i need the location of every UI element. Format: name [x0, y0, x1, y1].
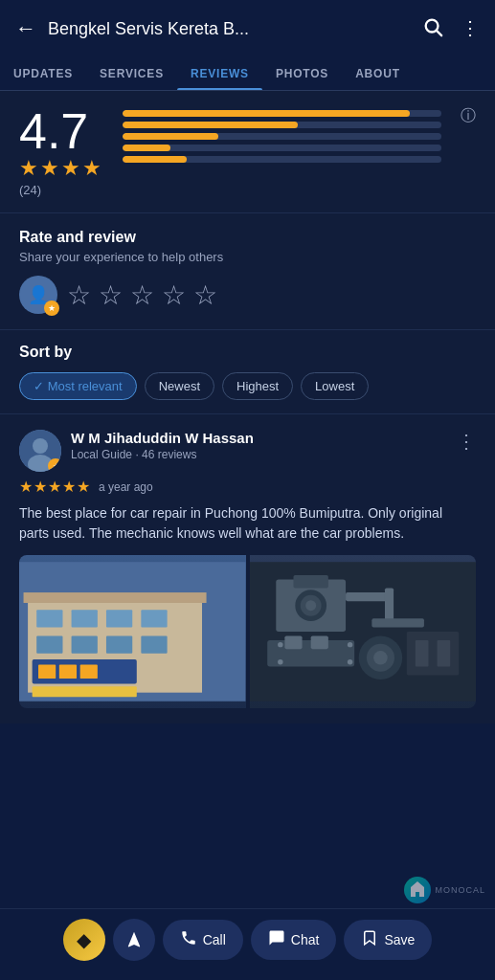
- svg-rect-12: [36, 636, 62, 654]
- rating-score: 4.7: [19, 106, 103, 156]
- reviewer-name: W M Jihaduddin W Hassan: [71, 430, 254, 446]
- svg-rect-32: [310, 636, 327, 650]
- watermark: MONOCAL: [404, 877, 485, 903]
- review-more-icon[interactable]: ⋮: [457, 430, 476, 453]
- tabs-bar: UPDATES SERVICES REVIEWS PHOTOS ABOUT: [0, 57, 495, 91]
- review-photo-left[interactable]: [19, 555, 246, 708]
- svg-rect-11: [141, 610, 167, 627]
- svg-rect-8: [36, 610, 62, 627]
- svg-point-38: [278, 659, 282, 664]
- review-photos: [19, 555, 476, 708]
- svg-point-3: [33, 438, 48, 454]
- svg-rect-18: [59, 665, 77, 679]
- back-button[interactable]: ←: [15, 16, 36, 41]
- tab-photos[interactable]: PHOTOS: [262, 57, 342, 90]
- chip-highest[interactable]: Highest: [222, 372, 293, 400]
- svg-rect-41: [415, 640, 428, 666]
- search-icon[interactable]: [422, 16, 443, 42]
- chip-newest[interactable]: Newest: [145, 372, 214, 400]
- save-label: Save: [384, 932, 415, 947]
- user-avatar: 👤 ★: [19, 276, 57, 314]
- chip-lowest[interactable]: Lowest: [301, 372, 369, 400]
- rating-section: 4.7 ★★★★ (24): [0, 91, 495, 213]
- bar-row-4: [123, 122, 441, 128]
- svg-rect-7: [24, 592, 207, 603]
- svg-point-36: [278, 642, 282, 647]
- sort-section: Sort by ✓ Most relevant Newest Highest L…: [0, 330, 495, 414]
- watermark-logo: [404, 877, 431, 903]
- star-1[interactable]: ☆: [67, 279, 91, 311]
- call-button[interactable]: Call: [163, 920, 243, 960]
- bar-row-3: [123, 133, 441, 140]
- svg-rect-9: [72, 610, 98, 627]
- phone-icon: [180, 929, 197, 950]
- review-stars: ★★★★★: [19, 478, 91, 496]
- star-2[interactable]: ☆: [99, 279, 123, 311]
- bar-track-1: [123, 156, 441, 163]
- tab-reviews[interactable]: REVIEWS: [177, 57, 262, 90]
- bar-row-5: [123, 110, 441, 117]
- review-rating-row: ★★★★★ a year ago: [19, 478, 476, 496]
- user-guide-badge: ★: [44, 301, 59, 316]
- empty-stars[interactable]: ☆ ☆ ☆ ☆ ☆: [67, 279, 217, 311]
- rate-stars-row: 👤 ★ ☆ ☆ ☆ ☆ ☆: [19, 276, 476, 314]
- tab-about[interactable]: ABOUT: [342, 57, 414, 90]
- bar-row-1: [123, 156, 441, 163]
- svg-rect-42: [437, 640, 450, 666]
- svg-rect-10: [106, 610, 132, 627]
- bar-track-2: [123, 145, 441, 151]
- rate-review-section: Rate and review Share your experience to…: [0, 213, 495, 330]
- diamond-icon: ◆: [77, 928, 91, 951]
- star-3[interactable]: ☆: [130, 279, 154, 311]
- rating-count: (24): [19, 183, 103, 197]
- call-label: Call: [203, 932, 226, 947]
- save-icon: [361, 929, 378, 950]
- bar-track-4: [123, 122, 441, 128]
- rating-stars: ★★★★: [19, 156, 103, 181]
- svg-rect-15: [141, 636, 167, 654]
- header: ← Bengkel Servis Kereta B... ⋮: [0, 0, 495, 57]
- header-icons: ⋮: [422, 16, 480, 42]
- svg-point-39: [347, 659, 351, 664]
- info-icon[interactable]: ⓘ: [461, 106, 476, 126]
- bar-track-5: [123, 110, 441, 117]
- svg-point-26: [305, 600, 316, 611]
- bottom-bar: ◆ Call Chat: [0, 908, 495, 980]
- bottom-actions: ◆ Call Chat: [15, 919, 480, 961]
- review-time: a year ago: [99, 480, 153, 494]
- svg-rect-23: [293, 575, 327, 589]
- directions-button[interactable]: ◆: [63, 919, 105, 961]
- rating-left: 4.7 ★★★★ (24): [19, 106, 103, 197]
- reviewer-meta: Local Guide · 46 reviews: [71, 448, 254, 461]
- more-options-icon[interactable]: ⋮: [461, 16, 480, 42]
- svg-rect-27: [346, 592, 389, 601]
- svg-rect-29: [371, 618, 424, 627]
- navigation-button[interactable]: [113, 919, 155, 961]
- chat-icon: [268, 929, 285, 950]
- bar-row-2: [123, 145, 441, 151]
- sort-title: Sort by: [19, 344, 476, 361]
- page-title: Bengkel Servis Kereta B...: [48, 19, 422, 39]
- reviewer-guide-badge: ★: [48, 458, 61, 472]
- reviewer-details: W M Jihaduddin W Hassan Local Guide · 46…: [71, 430, 254, 461]
- svg-rect-14: [106, 636, 132, 654]
- tab-services[interactable]: SERVICES: [86, 57, 177, 90]
- chat-label: Chat: [291, 932, 320, 947]
- star-4[interactable]: ☆: [162, 279, 186, 311]
- svg-point-37: [347, 642, 351, 647]
- svg-line-1: [437, 31, 441, 35]
- save-button[interactable]: Save: [344, 920, 432, 960]
- reviewer-avatar: ★: [19, 430, 61, 472]
- review-text: The best place for car repair in Puchong…: [19, 503, 476, 544]
- svg-rect-40: [406, 632, 459, 675]
- review-photo-right[interactable]: [250, 555, 477, 708]
- tab-updates[interactable]: UPDATES: [0, 57, 86, 90]
- rating-bars: [123, 110, 441, 163]
- reviewer-info: ★ W M Jihaduddin W Hassan Local Guide · …: [19, 430, 254, 472]
- chat-button[interactable]: Chat: [251, 920, 337, 960]
- star-5[interactable]: ☆: [193, 279, 217, 311]
- svg-rect-17: [38, 665, 56, 679]
- chip-check-icon: ✓: [34, 379, 48, 393]
- chip-most-relevant[interactable]: ✓ Most relevant: [19, 372, 137, 400]
- watermark-label: MONOCAL: [435, 885, 485, 895]
